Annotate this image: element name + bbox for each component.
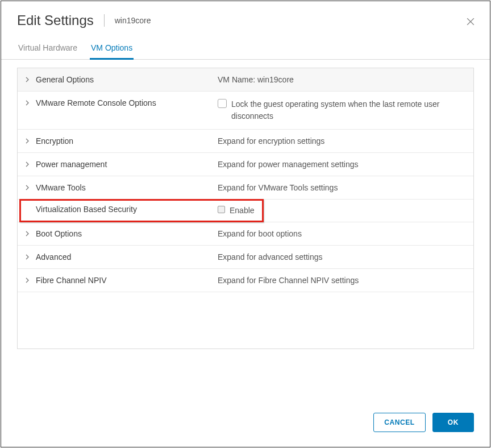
tab-vm-options[interactable]: VM Options — [90, 38, 134, 59]
row-value: Expand for boot options — [218, 229, 464, 238]
row-encryption[interactable]: Encryption Expand for encryption setting… — [18, 130, 473, 153]
dialog-subtitle: win19core — [115, 16, 151, 25]
row-label: Boot Options — [36, 229, 82, 238]
row-advanced[interactable]: Advanced Expand for advanced settings — [18, 246, 473, 269]
row-value: Expand for VMware Tools settings — [218, 183, 464, 192]
row-label: VMware Remote Console Options — [36, 98, 156, 107]
row-value: Enable — [218, 205, 464, 217]
ok-button[interactable]: OK — [432, 413, 474, 432]
chevron-right-icon[interactable] — [24, 254, 30, 260]
dialog-footer: Cancel OK — [1, 404, 490, 447]
row-label: Virtualization Based Security — [36, 205, 137, 214]
tab-virtual-hardware[interactable]: Virtual Hardware — [17, 38, 78, 59]
vbs-enable-label: Enable — [230, 205, 255, 217]
chevron-right-icon[interactable] — [24, 77, 30, 82]
row-virtualization-based-security: Virtualization Based Security Enable — [18, 200, 473, 222]
row-vmware-tools[interactable]: VMware Tools Expand for VMware Tools set… — [18, 176, 473, 200]
row-value: Expand for Fibre Channel NPIV settings — [218, 276, 464, 285]
dialog-body: General Options VM Name: win19core VMwar… — [1, 60, 490, 404]
dialog-title: Edit Settings — [17, 13, 94, 28]
row-remote-console[interactable]: VMware Remote Console Options Lock the g… — [18, 92, 473, 130]
chevron-right-icon[interactable] — [24, 138, 30, 144]
row-label: Encryption — [36, 136, 73, 146]
chevron-right-icon[interactable] — [24, 161, 30, 167]
chevron-placeholder — [24, 206, 30, 212]
row-value: Lock the guest operating system when the… — [218, 98, 464, 122]
header-divider — [104, 14, 105, 27]
row-general-options[interactable]: General Options VM Name: win19core — [18, 68, 473, 92]
row-value: Expand for power management settings — [218, 160, 464, 169]
vbs-enable-checkbox[interactable] — [218, 206, 225, 213]
row-label: General Options — [36, 75, 94, 84]
lock-guest-label: Lock the guest operating system when the… — [231, 98, 464, 122]
row-value: Expand for encryption settings — [218, 136, 464, 146]
row-label: Advanced — [36, 252, 71, 262]
edit-settings-dialog: Edit Settings win19core Virtual Hardware… — [1, 1, 490, 447]
chevron-right-icon[interactable] — [24, 185, 30, 190]
chevron-right-icon[interactable] — [24, 277, 30, 283]
chevron-right-icon[interactable] — [24, 100, 30, 106]
row-fibre-channel-npiv[interactable]: Fibre Channel NPIV Expand for Fibre Chan… — [18, 269, 473, 292]
cancel-button[interactable]: Cancel — [373, 413, 426, 432]
tabs: Virtual Hardware VM Options — [1, 38, 490, 60]
row-value: Expand for advanced settings — [218, 252, 464, 262]
row-label: VMware Tools — [36, 183, 86, 192]
lock-guest-checkbox[interactable] — [218, 99, 227, 108]
row-label: Power management — [36, 160, 107, 169]
row-value: VM Name: win19core — [218, 75, 464, 84]
close-icon[interactable] — [465, 16, 476, 27]
dialog-header: Edit Settings win19core — [1, 1, 490, 34]
chevron-right-icon[interactable] — [24, 231, 30, 237]
row-boot-options[interactable]: Boot Options Expand for boot options — [18, 222, 473, 246]
row-label: Fibre Channel NPIV — [36, 276, 107, 285]
row-power-management[interactable]: Power management Expand for power manage… — [18, 153, 473, 176]
options-grid: General Options VM Name: win19core VMwar… — [17, 68, 474, 349]
